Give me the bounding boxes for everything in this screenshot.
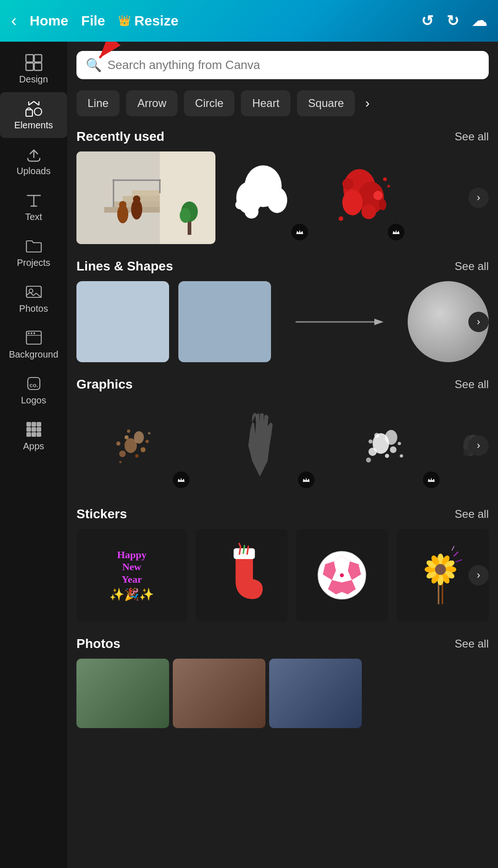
stickers-header: Stickers See all — [76, 507, 489, 522]
svg-rect-16 — [37, 422, 41, 427]
graphics-scroll-right[interactable]: › — [468, 435, 489, 456]
recently-item-red-blob[interactable] — [315, 151, 408, 244]
recently-used-grid: › — [76, 151, 489, 244]
projects-label: Projects — [17, 258, 50, 268]
redo-icon: ↻ — [447, 12, 459, 30]
stickers-grid: HappyNewYear ✨🎉✨ — [76, 529, 489, 622]
svg-point-53 — [361, 204, 376, 219]
sticker-christmas-stocking[interactable] — [195, 529, 288, 622]
svg-point-80 — [368, 440, 372, 444]
svg-point-66 — [140, 447, 145, 453]
photos-strip — [76, 659, 489, 728]
shape-arrow-line[interactable] — [293, 313, 386, 331]
chip-line[interactable]: Line — [76, 90, 120, 116]
save-button[interactable]: ☁ — [472, 12, 487, 30]
svg-point-54 — [373, 191, 383, 200]
resize-button[interactable]: 👑 Resize — [118, 13, 178, 29]
photo-item-3[interactable] — [269, 659, 362, 728]
search-bar: 🔍 — [76, 51, 489, 79]
stickers-see-all[interactable]: See all — [455, 508, 489, 521]
photo-item-2[interactable] — [173, 659, 265, 728]
photos-see-all[interactable]: See all — [455, 637, 489, 650]
svg-point-65 — [119, 451, 126, 457]
shape-rectangle-medium[interactable] — [178, 281, 271, 362]
svg-marker-61 — [374, 319, 384, 325]
crown-badge-white-blob — [291, 224, 308, 240]
sidebar-item-text[interactable]: Text — [0, 184, 67, 230]
sidebar-item-design[interactable]: Design — [0, 46, 67, 92]
redo-button[interactable]: ↻ — [447, 12, 459, 30]
sidebar-item-projects[interactable]: Projects — [0, 230, 67, 276]
graphics-title: Graphics — [76, 377, 132, 392]
white-splatter-svg — [348, 409, 422, 483]
back-button[interactable]: ‹ — [11, 11, 17, 31]
photo-item-1[interactable] — [76, 659, 169, 728]
recently-item-staircase[interactable] — [76, 151, 215, 244]
staircase-image — [76, 151, 215, 244]
svg-point-45 — [245, 205, 258, 219]
recently-used-header: Recently used See all — [76, 129, 489, 144]
recently-used-see-all[interactable]: See all — [455, 130, 489, 143]
photos-icon — [25, 283, 43, 301]
svg-point-47 — [262, 173, 278, 190]
home-button[interactable]: Home — [30, 13, 68, 29]
back-chevron-icon: ‹ — [11, 11, 17, 31]
graphics-see-all[interactable]: See all — [455, 378, 489, 391]
shapes-scroll-right[interactable]: › — [468, 312, 489, 332]
photos-header: Photos See all — [76, 636, 489, 651]
svg-rect-30 — [132, 190, 160, 196]
svg-point-59 — [339, 216, 343, 221]
sidebar-item-elements[interactable]: Elements — [0, 92, 67, 138]
chip-arrow[interactable]: Arrow — [126, 90, 177, 116]
chip-circle[interactable]: Circle — [184, 90, 234, 116]
svg-point-82 — [366, 458, 371, 463]
apps-icon — [25, 421, 43, 438]
svg-point-83 — [400, 454, 403, 458]
chip-square[interactable]: Square — [297, 90, 355, 116]
recently-item-white-blob[interactable] — [219, 151, 312, 244]
sidebar-item-background[interactable]: Background — [0, 321, 67, 367]
svg-rect-21 — [32, 432, 36, 437]
elements-label: Elements — [14, 120, 53, 131]
recently-used-scroll-right[interactable]: › — [468, 188, 489, 208]
lines-shapes-see-all[interactable]: See all — [455, 260, 489, 273]
svg-rect-0 — [26, 55, 33, 62]
svg-point-9 — [28, 333, 30, 334]
sidebar-item-logos[interactable]: co. Logos — [0, 367, 67, 413]
photos-title: Photos — [76, 636, 120, 651]
sidebar-item-apps[interactable]: Apps — [0, 413, 67, 459]
chip-heart[interactable]: Heart — [241, 90, 290, 116]
chip-more-button[interactable]: › — [361, 92, 373, 114]
svg-rect-1 — [34, 55, 42, 62]
shape-rectangle-light[interactable] — [76, 281, 169, 362]
svg-point-73 — [127, 429, 130, 433]
svg-point-69 — [116, 441, 120, 446]
resize-label: Resize — [134, 13, 178, 29]
svg-point-77 — [390, 447, 397, 453]
sticker-soccer-ball[interactable] — [296, 529, 388, 622]
svg-point-64 — [134, 431, 144, 444]
svg-point-76 — [368, 447, 377, 456]
background-label: Background — [9, 349, 58, 360]
handprint-svg — [225, 404, 295, 487]
file-button[interactable]: File — [81, 13, 105, 29]
svg-point-58 — [387, 185, 390, 188]
text-label: Text — [25, 212, 42, 222]
graphics-grid: › — [76, 399, 489, 492]
graphic-brown-splatter[interactable] — [76, 399, 193, 492]
undo-button[interactable]: ↺ — [421, 12, 434, 30]
sidebar-item-uploads[interactable]: Uploads — [0, 138, 67, 184]
text-icon — [25, 191, 43, 209]
svg-point-35 — [119, 201, 126, 208]
crown-badge-brown — [173, 472, 189, 488]
search-input[interactable] — [107, 58, 479, 72]
crown-icon: 👑 — [118, 15, 131, 27]
graphic-handprint[interactable] — [202, 399, 318, 492]
sticker-happy-new-year[interactable]: HappyNewYear ✨🎉✨ — [76, 529, 187, 622]
stickers-scroll-right[interactable]: › — [468, 565, 489, 585]
main-layout: Design Elements Uploads — [0, 42, 498, 868]
shape-arrow-area — [280, 281, 398, 362]
sidebar-item-photos[interactable]: Photos — [0, 276, 67, 321]
design-label: Design — [19, 74, 48, 85]
graphic-white-splatter[interactable] — [327, 399, 443, 492]
